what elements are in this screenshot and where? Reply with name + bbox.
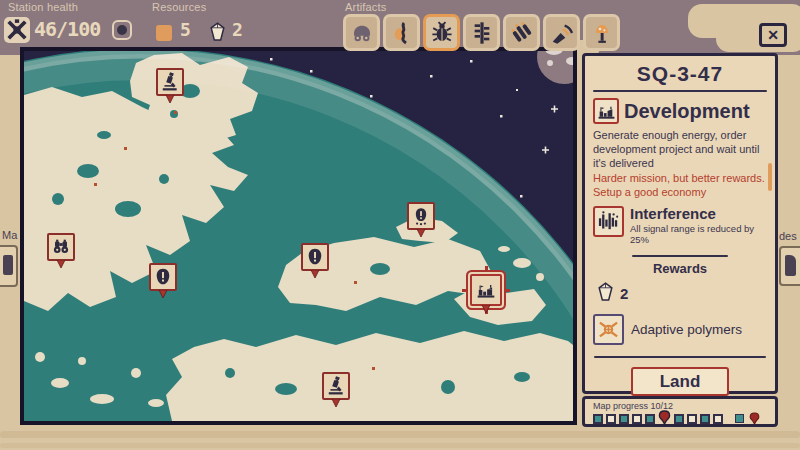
- progress-square: [700, 414, 710, 424]
- marker-pin-icon: [55, 260, 67, 269]
- progress-square: [645, 414, 655, 424]
- close-button[interactable]: ✕: [759, 23, 787, 47]
- panel-scrollbar[interactable]: [768, 163, 772, 191]
- divider: [594, 356, 766, 358]
- progress-square: [713, 414, 723, 424]
- background-right-label: des: [779, 230, 797, 242]
- supply-count: 5: [180, 19, 191, 40]
- interference-icon: [593, 206, 624, 237]
- background-right-button[interactable]: [779, 246, 800, 286]
- artifact-reward-name: Adaptive polymers: [631, 322, 742, 337]
- marker-pin-icon: [330, 399, 342, 408]
- marker-pin-icon: [415, 229, 427, 238]
- lamp-artifact-slot[interactable]: [583, 14, 620, 51]
- modifier-description: All signal range is reduced by 25%: [630, 223, 767, 245]
- mission-description: Generate enough energy, order developmen…: [593, 128, 767, 170]
- coil-artifact-slot[interactable]: [463, 14, 500, 51]
- artifacts-label: Artifacts: [345, 1, 387, 13]
- marker-layer: [24, 51, 573, 421]
- development-icon: [593, 98, 619, 124]
- rewards-heading: Rewards: [593, 261, 767, 276]
- reward-gem-count: 2: [620, 285, 628, 302]
- gem-count: 2: [232, 19, 243, 40]
- divider: [632, 255, 728, 257]
- alert-icon: [149, 263, 177, 291]
- divider: [593, 90, 767, 92]
- mission-warning: Harder mission, but better rewards. Setu…: [593, 171, 767, 199]
- microscope-icon: [322, 372, 350, 400]
- progress-pin-icon: [658, 410, 671, 425]
- progress-square: [687, 414, 697, 424]
- mission-title: SQ-3-47: [593, 62, 767, 86]
- map-button-icon: [3, 255, 13, 275]
- upgrades-button-icon: [785, 255, 796, 276]
- map-progress-panel: Map progress 10/12: [582, 396, 778, 427]
- legend-pin-icon: [749, 412, 760, 425]
- beetle-artifact-slot[interactable]: [423, 14, 460, 51]
- progress-square: [619, 414, 629, 424]
- planet-map: [20, 47, 577, 425]
- radar-artifact-slot[interactable]: [543, 14, 580, 51]
- top-bar: Station health 46/100 Resources 5 2 Arti…: [0, 0, 800, 55]
- land-button[interactable]: Land: [631, 367, 729, 396]
- map-marker-alert[interactable]: [301, 243, 329, 279]
- mission-type-label: Development: [624, 100, 750, 123]
- marker-pin-icon: [309, 270, 321, 279]
- map-progress-label: Map progress 10/12: [593, 401, 767, 411]
- artifact-slot-row: [343, 14, 620, 51]
- alert-icon: [301, 243, 329, 271]
- sand-stripe: [0, 431, 800, 438]
- repair-badge-icon: [112, 20, 132, 40]
- artifact-reward-icon: [593, 314, 624, 345]
- marker-pin-icon: [157, 290, 169, 299]
- marker-pin-icon: [164, 95, 176, 104]
- development-icon: [470, 274, 502, 306]
- pods-artifact-slot[interactable]: [503, 14, 540, 51]
- map-marker-binoculars[interactable]: [47, 233, 75, 269]
- resources-label: Resources: [152, 1, 206, 13]
- background-left-button[interactable]: [0, 245, 18, 287]
- map-marker-creature[interactable]: [407, 202, 435, 238]
- creature-icon: [407, 202, 435, 230]
- game-screen: Ma des Station health 46/100 Resources 5…: [0, 0, 800, 450]
- station-health-label: Station health: [8, 1, 78, 13]
- progress-square: [606, 414, 616, 424]
- map-marker-alert[interactable]: [149, 263, 177, 299]
- map-progress-squares: [593, 412, 767, 425]
- specimen-artifact-slot[interactable]: [383, 14, 420, 51]
- mission-panel: SQ-3-47 Development Generate enough ener…: [582, 53, 778, 394]
- supply-resource-icon: [156, 25, 172, 41]
- map-marker-development-selected[interactable]: [470, 274, 502, 314]
- reward-gem-icon: [598, 282, 613, 305]
- background-left-label: Ma: [2, 229, 17, 241]
- progress-square: [674, 414, 684, 424]
- progress-square: [632, 414, 642, 424]
- marker-pin-icon: [480, 305, 492, 314]
- gem-resource-icon: [210, 22, 225, 45]
- map-marker-microscope[interactable]: [156, 68, 184, 104]
- binoculars-icon: [47, 233, 75, 261]
- rover-artifact-slot[interactable]: [343, 14, 380, 51]
- sand-stripe: [0, 443, 800, 448]
- map-marker-microscope[interactable]: [322, 372, 350, 408]
- station-icon: [4, 17, 30, 43]
- microscope-icon: [156, 68, 184, 96]
- legend-square: [735, 414, 744, 423]
- progress-square: [593, 414, 603, 424]
- station-health-value: 46/100: [34, 17, 100, 41]
- modifier-name: Interference: [630, 206, 767, 222]
